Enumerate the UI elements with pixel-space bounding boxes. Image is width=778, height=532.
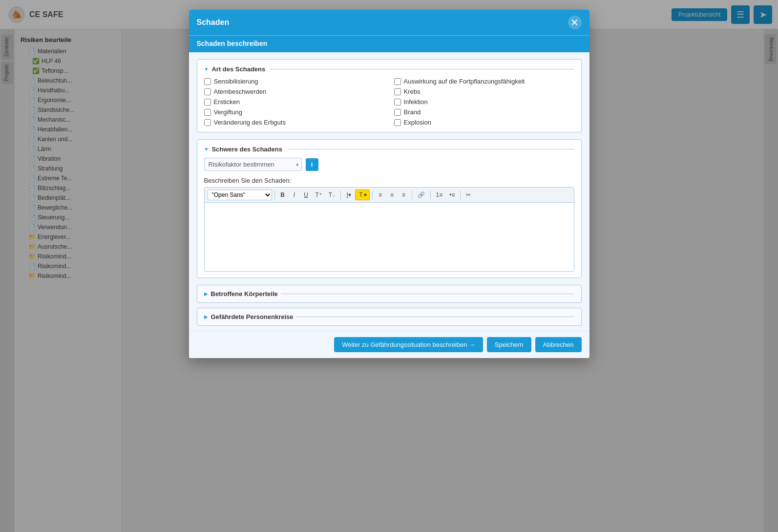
dropdown-row: Risikofaktor bestimmen Katastrophal Krit… — [204, 158, 574, 171]
toolbar-divider-3 — [372, 191, 373, 199]
checkbox-label-infektion[interactable]: Infektion — [404, 98, 428, 106]
editor-area[interactable] — [205, 203, 574, 271]
bold-button[interactable]: B — [277, 190, 288, 200]
section-art-des-schadens: ▼ Art des Schadens Sensibilisierung Ausw… — [197, 59, 582, 132]
checkbox-input-krebs[interactable] — [394, 88, 401, 95]
checkbox-erbgut: Veränderung des Erbguts — [204, 119, 384, 126]
modal-overlay: Schaden ✕ Schaden beschreiben ▼ Art des … — [0, 0, 778, 532]
checkbox-input-infektion[interactable] — [394, 99, 401, 106]
risk-select[interactable]: Risikofaktor bestimmen Katastrophal Krit… — [204, 158, 302, 171]
checkbox-input-sensibilisierung[interactable] — [204, 78, 211, 85]
info-button[interactable]: i — [306, 158, 318, 171]
checkbox-explosion: Explosion — [394, 119, 574, 126]
section-line-betroffene — [281, 294, 574, 294]
section-toggle-art[interactable]: ▼ — [204, 66, 209, 72]
modal-subtitle: Schaden beschreiben — [189, 35, 589, 52]
checkbox-label-krebs[interactable]: Krebs — [404, 88, 421, 95]
toolbar-divider-5 — [430, 191, 431, 199]
font-color-button[interactable]: I▾ — [343, 190, 354, 200]
checkbox-atembeschwerden: Atembeschwerden — [204, 88, 384, 95]
clear-format-button[interactable]: ✂ — [463, 190, 474, 200]
modal-close-button[interactable]: ✕ — [568, 16, 582, 29]
font-select[interactable]: "Open Sans" Arial Times New Roman — [208, 190, 272, 200]
toolbar-divider-2 — [340, 191, 341, 199]
section-header-art: ▼ Art des Schadens — [204, 65, 574, 73]
ordered-list-button[interactable]: 1≡ — [433, 190, 446, 200]
unordered-list-button[interactable]: •≡ — [446, 190, 458, 200]
subscript-button[interactable]: T₋ — [326, 190, 338, 200]
checkbox-label-explosion[interactable]: Explosion — [404, 119, 431, 126]
section-label-gefaehrdete: Gefährdete Personenkreise — [211, 313, 294, 320]
checkbox-input-erbgut[interactable] — [204, 119, 211, 126]
modal-footer: Weiter zu Gefährdungssituation beschreib… — [189, 331, 589, 358]
weiter-button[interactable]: Weiter zu Gefährdungssituation beschreib… — [334, 337, 483, 352]
section-schwere-des-schadens: ▼ Schwere des Schadens Risikofaktor best… — [197, 139, 582, 278]
checkbox-label-vergiftung[interactable]: Vergiftung — [214, 108, 243, 116]
checkbox-input-ersticken[interactable] — [204, 99, 211, 106]
section-header-schwere: ▼ Schwere des Schadens — [204, 146, 574, 153]
align-center-button[interactable]: ≡ — [387, 190, 398, 200]
checkbox-infektion: Infektion — [394, 98, 574, 106]
section-line-gefaehrdete — [296, 317, 574, 317]
toolbar-divider-1 — [274, 191, 275, 199]
link-button[interactable]: 🔗 — [415, 190, 428, 200]
section-label-betroffene: Betroffene Körperteile — [211, 290, 278, 298]
checkbox-label-ersticken[interactable]: Ersticken — [214, 98, 240, 106]
section-gefaehrdete-personenkreise: ▶ Gefährdete Personenkreise — [197, 308, 582, 326]
editor-container: "Open Sans" Arial Times New Roman B I U … — [204, 187, 574, 272]
checkbox-label-sensibilisierung[interactable]: Sensibilisierung — [214, 78, 258, 85]
checkbox-fortpflanzung: Auswirkung auf die Fortpflanzungsfähigke… — [394, 78, 574, 85]
checkbox-sensibilisierung: Sensibilisierung — [204, 78, 384, 85]
modal-body: ▼ Art des Schadens Sensibilisierung Ausw… — [189, 52, 589, 331]
checkbox-input-vergiftung[interactable] — [204, 109, 211, 116]
superscript-button[interactable]: T⁺ — [313, 190, 325, 200]
section-toggle-schwere[interactable]: ▼ — [204, 147, 209, 152]
highlight-button[interactable]: T▾ — [355, 190, 369, 200]
modal-title: Schaden — [197, 18, 230, 27]
checkbox-label-atembeschwerden[interactable]: Atembeschwerden — [214, 88, 267, 95]
checkbox-input-explosion[interactable] — [394, 119, 401, 126]
checkbox-input-atembeschwerden[interactable] — [204, 88, 211, 95]
checkbox-brand: Brand — [394, 108, 574, 116]
toolbar-divider-4 — [412, 191, 412, 199]
checkbox-label-fortpflanzung[interactable]: Auswirkung auf die Fortpflanzungsfähigke… — [404, 78, 525, 85]
checkbox-label-brand[interactable]: Brand — [404, 108, 421, 116]
section-line-schwere — [287, 149, 574, 149]
section-label-schwere: Schwere des Schadens — [211, 146, 282, 153]
italic-button[interactable]: I — [289, 190, 300, 200]
checkbox-input-fortpflanzung[interactable] — [394, 78, 401, 85]
checkbox-ersticken: Ersticken — [204, 98, 384, 106]
checkbox-vergiftung: Vergiftung — [204, 108, 384, 116]
checkbox-krebs: Krebs — [394, 88, 574, 95]
select-wrapper: Risikofaktor bestimmen Katastrophal Krit… — [204, 158, 302, 171]
section-line — [270, 69, 574, 69]
checkbox-label-erbgut[interactable]: Veränderung des Erbguts — [214, 119, 286, 126]
speichern-button[interactable]: Speichern — [487, 337, 531, 352]
editor-toolbar: "Open Sans" Arial Times New Roman B I U … — [205, 188, 574, 203]
section-toggle-betroffene[interactable]: ▶ — [204, 291, 208, 297]
section-toggle-gefaehrdete[interactable]: ▶ — [204, 314, 208, 319]
align-left-button[interactable]: ≡ — [375, 190, 386, 200]
toolbar-divider-6 — [460, 191, 461, 199]
section-betroffene-koerperteile: ▶ Betroffene Körperteile — [197, 285, 582, 303]
abbrechen-button[interactable]: Abbrechen — [535, 337, 582, 352]
checkbox-input-brand[interactable] — [394, 109, 401, 116]
describe-label: Beschreiben Sie den Schaden: — [204, 177, 574, 184]
section-label-art: Art des Schadens — [211, 65, 265, 73]
modal-schaden: Schaden ✕ Schaden beschreiben ▼ Art des … — [189, 10, 589, 358]
modal-header: Schaden ✕ — [189, 10, 589, 35]
underline-button[interactable]: U — [301, 190, 312, 200]
align-right-button[interactable]: ≡ — [399, 190, 409, 200]
checkbox-grid: Sensibilisierung Auswirkung auf die Fort… — [204, 78, 574, 126]
